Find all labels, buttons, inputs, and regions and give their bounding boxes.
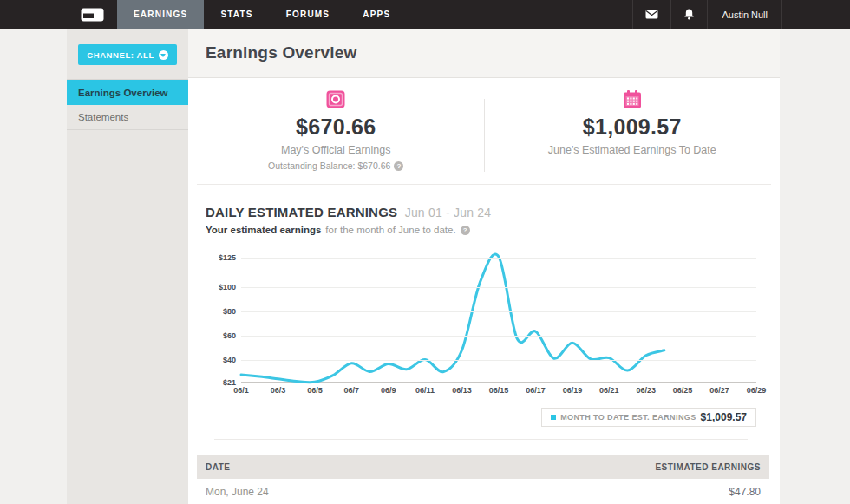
- legend-label: MONTH TO DATE EST. EARNINGS: [560, 413, 696, 422]
- sidebar: CHANNEL: ALL Earnings OverviewStatements: [67, 29, 188, 504]
- table-header-date: DATE: [206, 462, 230, 472]
- x-axis-label: 06/7: [344, 386, 360, 395]
- gridline-80: [241, 311, 756, 312]
- mail-icon: [645, 10, 658, 19]
- notifications-button[interactable]: [670, 0, 707, 29]
- x-axis-label: 06/3: [271, 386, 286, 395]
- table-row: Mon, June 24$47.80: [197, 479, 769, 504]
- navbar-right-cluster: Austin Null: [632, 0, 850, 29]
- section-date-range: Jun 01 - Jun 24: [402, 206, 492, 219]
- calendar-icon: [623, 90, 642, 108]
- chart-x-axis: 06/106/306/506/706/906/1106/1306/1506/17…: [241, 383, 756, 396]
- channel-select-button[interactable]: CHANNEL: ALL: [78, 44, 177, 65]
- row-date: Mon, June 24: [206, 486, 269, 498]
- stat-label: June's Estimated Earnings To Date: [548, 144, 716, 156]
- user-name: Austin Null: [722, 10, 768, 20]
- primary-nav-tabs: EARNINGSSTATSFORUMSAPPS: [117, 0, 407, 29]
- app-root: EARNINGSSTATSFORUMSAPPS Austin Null: [0, 0, 850, 504]
- section-subtitle: Your estimated earnings for the month of…: [206, 225, 756, 235]
- page-header: Earnings Overview: [188, 29, 780, 78]
- legend-swatch-icon: [551, 415, 556, 420]
- y-axis-label: $40: [223, 356, 236, 364]
- x-axis-label: 06/25: [673, 386, 693, 395]
- table-header-earnings: ESTIMATED EARNINGS: [655, 462, 761, 472]
- mail-button[interactable]: [632, 0, 670, 29]
- stat-value: $670.66: [296, 115, 376, 140]
- subtitle-bold: Your estimated earnings: [206, 225, 321, 235]
- section-title: DAILY ESTIMATED EARNINGS: [206, 205, 397, 219]
- y-axis-label: $60: [223, 331, 236, 340]
- stat-value: $1,009.57: [583, 115, 682, 140]
- daily-earnings-section: DAILY ESTIMATED EARNINGS Jun 01 - Jun 24…: [188, 185, 780, 440]
- earnings-table: DATE ESTIMATED EARNINGS Mon, June 24$47.…: [197, 455, 769, 504]
- app-logo-icon[interactable]: [67, 0, 117, 29]
- y-axis-label: $125: [219, 253, 236, 262]
- top-navbar: EARNINGSSTATSFORUMSAPPS Austin Null: [0, 0, 850, 29]
- stat-label: May's Official Earnings: [281, 144, 391, 156]
- sidebar-item-statements[interactable]: Statements: [67, 105, 188, 130]
- x-axis-label: 06/9: [381, 386, 396, 395]
- channel-button-label: CHANNEL: ALL: [87, 50, 154, 60]
- x-axis-label: 06/1: [233, 386, 249, 395]
- stat-card-0: $670.66May's Official EarningsOutstandin…: [188, 78, 484, 185]
- row-earnings: $47.80: [729, 486, 761, 498]
- outstanding-balance: Outstanding Balance: $670.66?: [268, 160, 403, 171]
- chart-canvas: [241, 255, 756, 383]
- sidebar-nav: Earnings OverviewStatements: [67, 79, 188, 130]
- earnings-chart: $125$100$80$60$40$21: [241, 255, 756, 383]
- legend-value: $1,009.57: [701, 411, 747, 423]
- x-axis-label: 06/27: [709, 386, 729, 395]
- main-content: Earnings Overview $670.66May's Official …: [188, 29, 780, 504]
- stat-card-1: $1,009.57June's Estimated Earnings To Da…: [484, 99, 781, 172]
- sidebar-item-earnings-overview[interactable]: Earnings Overview: [67, 80, 188, 105]
- gridline-40: [241, 360, 756, 361]
- safe-icon: [326, 90, 345, 109]
- x-axis-label: 06/11: [415, 386, 435, 395]
- table-header-row: DATE ESTIMATED EARNINGS: [197, 455, 769, 479]
- gridline-125: [241, 258, 756, 259]
- nav-tab-earnings[interactable]: EARNINGS: [117, 0, 204, 29]
- table-body: Mon, June 24$47.80: [197, 479, 769, 504]
- safe-icon: [326, 90, 345, 108]
- x-axis-label: 06/13: [452, 386, 472, 395]
- x-axis-label: 06/15: [489, 386, 509, 395]
- legend-row: MONTH TO DATE EST. EARNINGS $1,009.57: [206, 408, 756, 427]
- chart-heading: DAILY ESTIMATED EARNINGS Jun 01 - Jun 24: [206, 205, 756, 219]
- help-icon[interactable]: ?: [394, 161, 403, 171]
- subtitle-rest: for the month of June to date.: [325, 225, 455, 235]
- fullscreen-logo-icon: [81, 8, 104, 22]
- section-divider: [214, 439, 748, 440]
- earnings-summary: $670.66May's Official EarningsOutstandin…: [188, 78, 780, 185]
- gridline-100: [241, 287, 756, 288]
- x-axis-label: 06/17: [526, 386, 546, 395]
- help-icon[interactable]: ?: [461, 226, 470, 235]
- x-axis-label: 06/21: [599, 386, 619, 395]
- y-axis-label: $80: [223, 307, 236, 316]
- y-axis-label: $100: [219, 283, 236, 291]
- x-axis-label: 06/29: [747, 386, 767, 395]
- user-menu[interactable]: Austin Null: [707, 0, 782, 29]
- calendar-icon: [623, 90, 642, 109]
- nav-tab-stats[interactable]: STATS: [204, 0, 269, 29]
- x-axis-label: 06/5: [307, 386, 323, 395]
- chart-line: [241, 254, 664, 383]
- gridline-60: [241, 336, 756, 337]
- x-axis-label: 06/19: [563, 386, 583, 395]
- navbar-spacer: [782, 0, 850, 29]
- x-axis-label: 06/23: [636, 386, 656, 395]
- page-title: Earnings Overview: [206, 43, 356, 62]
- bell-icon: [683, 9, 695, 20]
- nav-tab-apps[interactable]: APPS: [346, 0, 407, 29]
- chart-legend: MONTH TO DATE EST. EARNINGS $1,009.57: [541, 408, 756, 427]
- channel-caret-icon: [159, 50, 168, 60]
- nav-tab-forums[interactable]: FORUMS: [270, 0, 347, 29]
